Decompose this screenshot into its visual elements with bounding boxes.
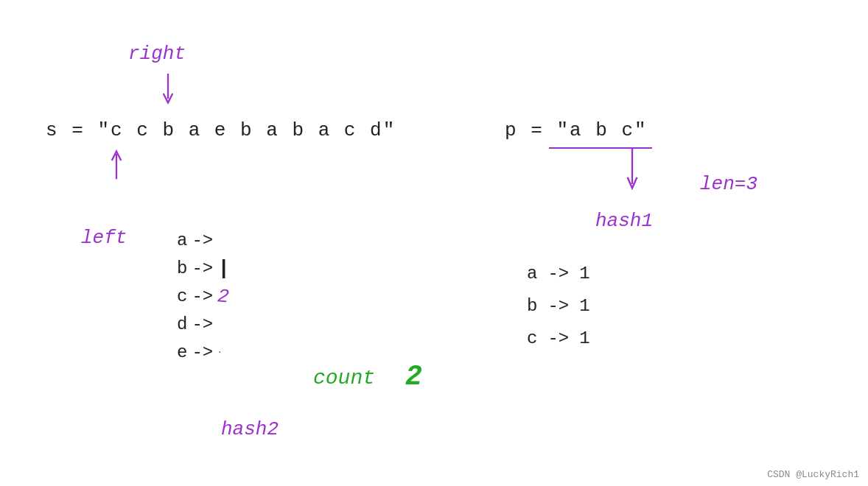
h1-key-b: b — [527, 290, 537, 323]
list-item: d -> — [177, 311, 230, 339]
key-d: d — [177, 311, 187, 339]
watermark: CSDN @LuckyRich1 — [767, 469, 859, 480]
key-e: e — [177, 339, 187, 367]
list-item: c -> 1 — [527, 323, 590, 355]
arrow-down-right-icon — [161, 74, 175, 107]
arrow-hash1-icon — [625, 149, 640, 193]
count-label: count — [313, 367, 375, 390]
s-expression: s = "c c b a e b a b a c d" — [46, 119, 396, 141]
diagram: right s = "c c b a e b a b a c d" left a… — [0, 0, 868, 486]
h1-key-a: a — [527, 258, 537, 290]
list-item: a -> — [177, 227, 230, 255]
arrow-up-left-icon — [109, 147, 124, 180]
list-item: b -> 1 — [527, 290, 590, 323]
val-c: 2 — [217, 282, 231, 311]
h1-key-c: c — [527, 323, 537, 355]
count-number: 2 — [405, 361, 422, 392]
right-label: right — [128, 43, 186, 65]
count-value: 2 — [405, 361, 422, 392]
list-item: b -> | — [177, 255, 230, 283]
list-item: c -> 2 — [177, 283, 230, 311]
h1-val-c: 1 — [579, 323, 589, 355]
hash1-entries: a -> 1 b -> 1 c -> 1 — [527, 258, 590, 355]
key-b: b — [177, 255, 187, 283]
hash2-entries: a -> b -> | c -> 2 d -> e -> · — [177, 227, 230, 367]
list-item: e -> · — [177, 339, 230, 367]
arrow-e: -> — [192, 339, 213, 367]
len-label: len=3 — [700, 173, 757, 195]
hash2-label: hash2 — [221, 418, 279, 440]
h1-arrow-b: -> — [547, 290, 569, 323]
list-item: a -> 1 — [527, 258, 590, 290]
hash1-label: hash1 — [595, 210, 653, 232]
val-b: | — [217, 255, 230, 283]
h1-val-a: 1 — [579, 258, 589, 290]
arrow-b: -> — [192, 255, 213, 283]
left-label: left — [81, 227, 127, 249]
p-expression: p = "a b c" — [505, 119, 648, 141]
key-c: c — [177, 283, 187, 311]
val-e: · — [217, 339, 222, 367]
h1-arrow-a: -> — [547, 258, 569, 290]
arrow-c: -> — [192, 283, 213, 311]
arrow-d: -> — [192, 311, 213, 339]
key-a: a — [177, 227, 187, 255]
h1-arrow-c: -> — [547, 323, 569, 355]
arrow-a: -> — [192, 227, 213, 255]
h1-val-b: 1 — [579, 290, 589, 323]
